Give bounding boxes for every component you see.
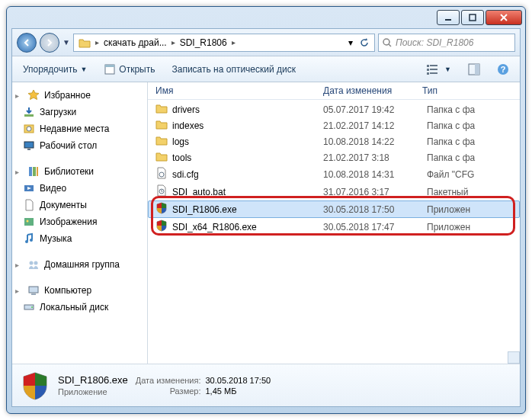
organize-button[interactable]: Упорядочить ▼ bbox=[18, 62, 91, 77]
status-size-value: 1,45 МБ bbox=[206, 386, 271, 396]
file-name: sdi.cfg bbox=[172, 169, 199, 180]
preview-pane-button[interactable] bbox=[463, 61, 485, 78]
file-row[interactable]: drivers05.07.2017 19:42Папка с фа bbox=[148, 101, 520, 117]
view-options-button[interactable]: ▼ bbox=[421, 61, 456, 78]
svg-rect-11 bbox=[430, 69, 437, 70]
file-date: 10.08.2018 14:22 bbox=[323, 136, 422, 147]
video-icon bbox=[23, 182, 35, 194]
status-date-label: Дата изменения: bbox=[136, 376, 201, 385]
file-date: 05.07.2017 19:42 bbox=[323, 104, 422, 115]
refresh-icon[interactable] bbox=[356, 37, 373, 48]
file-row[interactable]: logs10.08.2018 14:22Папка с фа bbox=[148, 133, 520, 149]
document-icon bbox=[23, 199, 35, 211]
open-icon bbox=[104, 63, 116, 75]
svg-point-36 bbox=[31, 306, 33, 308]
back-button[interactable] bbox=[17, 33, 37, 53]
chevron-down-icon[interactable]: ▼ bbox=[62, 38, 70, 46]
file-type: Папка с фа bbox=[427, 152, 512, 163]
close-button[interactable] bbox=[486, 10, 522, 25]
svg-rect-33 bbox=[29, 287, 38, 293]
file-date: 30.05.2018 17:50 bbox=[323, 204, 422, 215]
download-icon bbox=[23, 106, 35, 118]
search-input[interactable]: Поиск: SDI_R1806 bbox=[378, 34, 515, 52]
column-headers[interactable]: Имя Дата изменения Тип bbox=[148, 82, 520, 100]
chevron-right-icon[interactable]: ▸ bbox=[94, 38, 101, 46]
file-row[interactable]: indexes21.02.2017 14:12Папка с фа bbox=[148, 117, 520, 133]
exe-icon bbox=[155, 202, 168, 216]
svg-rect-15 bbox=[475, 64, 479, 75]
sidebar-desktop[interactable]: Рабочий стол bbox=[12, 137, 147, 154]
computer-icon bbox=[27, 284, 40, 297]
recent-icon bbox=[23, 123, 35, 135]
file-type: Приложен bbox=[427, 222, 512, 232]
file-date: 10.08.2018 14:31 bbox=[323, 169, 422, 180]
svg-rect-8 bbox=[427, 65, 429, 67]
file-row[interactable]: SDI_R1806.exe30.05.2018 17:50Приложен bbox=[148, 200, 520, 218]
svg-rect-23 bbox=[29, 167, 32, 176]
file-type: Файл "CFG bbox=[427, 169, 512, 180]
file-name: SDI_auto.bat bbox=[172, 187, 226, 197]
svg-line-5 bbox=[389, 44, 391, 46]
file-list[interactable]: drivers05.07.2017 19:42Папка с фаindexes… bbox=[148, 100, 520, 364]
column-name[interactable]: Имя bbox=[155, 85, 323, 96]
svg-point-20 bbox=[27, 127, 31, 131]
libraries-icon bbox=[27, 165, 40, 178]
search-placeholder: Поиск: SDI_R1806 bbox=[396, 37, 473, 48]
desktop-icon bbox=[23, 139, 35, 152]
status-bar: SDI_R1806.exe Приложение Дата изменения:… bbox=[12, 364, 520, 406]
file-pane: Имя Дата изменения Тип drivers05.07.2017… bbox=[148, 82, 520, 364]
sidebar-homegroup[interactable]: ▸Домашняя группа bbox=[12, 256, 147, 273]
file-date: 31.07.2016 3:17 bbox=[323, 187, 422, 197]
breadcrumb[interactable]: ▸ скачать драй... ▸ SDI_R1806 ▸ ▾ bbox=[73, 34, 375, 52]
sidebar-pictures[interactable]: Изображения bbox=[12, 213, 147, 230]
titlebar bbox=[7, 7, 525, 28]
svg-rect-21 bbox=[24, 142, 34, 148]
file-row[interactable]: SDI_x64_R1806.exe30.05.2018 17:47Приложе… bbox=[148, 218, 520, 236]
svg-rect-7 bbox=[105, 65, 114, 67]
folder-icon bbox=[155, 119, 168, 132]
dropdown-icon[interactable]: ▾ bbox=[345, 37, 356, 48]
svg-rect-9 bbox=[430, 65, 437, 66]
star-icon bbox=[27, 89, 40, 101]
homegroup-icon bbox=[27, 258, 40, 271]
toolbar: Упорядочить ▼ Открыть Записать на оптиче… bbox=[12, 56, 520, 82]
column-type[interactable]: Тип bbox=[422, 85, 512, 96]
file-type: Папка с фа bbox=[427, 104, 512, 115]
folder-icon bbox=[155, 135, 168, 148]
app-icon bbox=[20, 370, 50, 401]
sidebar-libraries[interactable]: ▸Библиотеки bbox=[12, 163, 147, 180]
chevron-right-icon[interactable]: ▸ bbox=[170, 38, 177, 46]
maximize-button[interactable] bbox=[461, 10, 484, 25]
file-name: SDI_R1806.exe bbox=[172, 204, 237, 215]
sidebar-downloads[interactable]: Загрузки bbox=[12, 104, 147, 120]
sidebar-music[interactable]: Музыка bbox=[12, 230, 147, 247]
file-date: 30.05.2018 17:47 bbox=[323, 222, 422, 232]
status-date-value: 30.05.2018 17:50 bbox=[206, 376, 271, 385]
file-name: indexes bbox=[172, 120, 204, 131]
breadcrumb-parent[interactable]: скачать драй... bbox=[101, 37, 170, 48]
svg-rect-27 bbox=[24, 218, 34, 226]
svg-text:?: ? bbox=[501, 65, 506, 74]
column-date[interactable]: Дата изменения bbox=[323, 85, 422, 96]
svg-rect-10 bbox=[427, 69, 429, 71]
file-row[interactable]: SDI_auto.bat31.07.2016 3:17Пакетный bbox=[148, 183, 520, 200]
minimize-button[interactable] bbox=[437, 10, 460, 25]
file-row[interactable]: sdi.cfg10.08.2018 14:31Файл "CFG bbox=[148, 165, 520, 183]
svg-rect-22 bbox=[27, 149, 30, 150]
sidebar-documents[interactable]: Документы bbox=[12, 197, 147, 213]
sidebar-computer[interactable]: ▸Компьютер bbox=[12, 282, 147, 299]
svg-rect-34 bbox=[31, 293, 36, 295]
open-button[interactable]: Открыть bbox=[99, 61, 159, 78]
file-row[interactable]: tools21.02.2017 3:18Папка с фа bbox=[148, 149, 520, 165]
chevron-right-icon[interactable]: ▸ bbox=[230, 38, 237, 46]
forward-button[interactable] bbox=[40, 33, 59, 53]
burn-button[interactable]: Записать на оптический диск bbox=[167, 62, 300, 77]
breadcrumb-current[interactable]: SDI_R1806 bbox=[177, 37, 230, 48]
sidebar-favorites[interactable]: ▸Избранное bbox=[12, 87, 147, 104]
scroll-corner bbox=[508, 351, 520, 364]
sidebar-recent[interactable]: Недавние места bbox=[12, 120, 147, 137]
help-button[interactable]: ? bbox=[492, 61, 514, 78]
sidebar-local-disk[interactable]: Локальный диск bbox=[12, 299, 147, 316]
svg-point-31 bbox=[30, 261, 34, 265]
sidebar-videos[interactable]: Видео bbox=[12, 180, 147, 197]
